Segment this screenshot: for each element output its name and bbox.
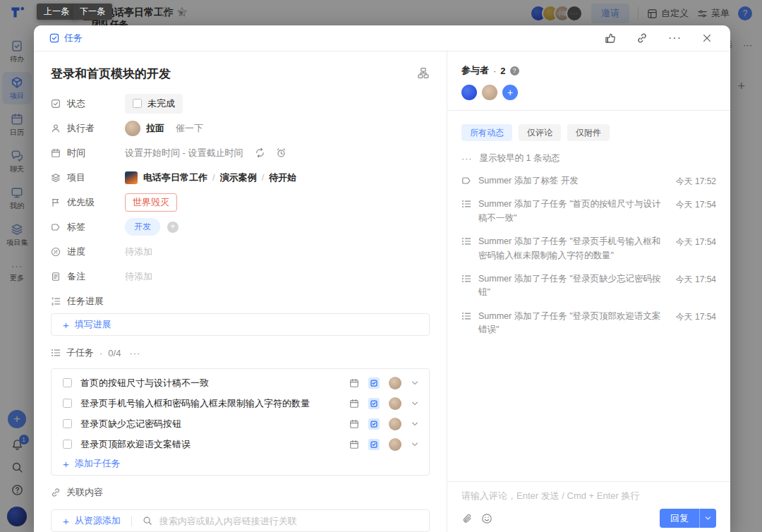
activity-item: Summer 添加了标签 开发 今天 17:52 — [461, 169, 716, 193]
subtask-assignee-avatar[interactable] — [389, 418, 401, 430]
chevron-down-icon[interactable] — [411, 440, 419, 449]
attachment-icon[interactable] — [461, 513, 473, 524]
reply-button[interactable]: 回复 — [660, 509, 699, 528]
fill-progress-button[interactable]: + 填写进展 — [51, 313, 430, 336]
task-title[interactable]: 登录和首页模块的开发 — [51, 66, 171, 82]
flag-icon — [51, 198, 61, 207]
activity-time: 今天 17:54 — [676, 198, 716, 211]
task-activity-panel: 参与者 · 2 ? + 所有动态 仅评论 仅附件 ··· 显示较早的 1 条动态 — [447, 52, 730, 532]
related-content-header: 关联内容 — [51, 486, 430, 499]
next-item-button[interactable]: 下一条 — [73, 4, 112, 20]
task-type-badge-icon — [368, 439, 380, 450]
show-earlier-button[interactable]: ··· 显示较早的 1 条动态 — [461, 152, 716, 164]
status-checkbox[interactable] — [133, 99, 142, 108]
field-project: 项目 电话亭日常工作 / 演示案例 / 待开始 — [51, 165, 430, 190]
subtask-checkbox[interactable] — [63, 399, 72, 408]
participant-avatar[interactable] — [461, 85, 477, 100]
subtasks-header: 子任务 · 0/4 ··· — [51, 346, 430, 359]
subtask-assignee-avatar[interactable] — [389, 438, 401, 451]
add-from-resource-button[interactable]: + 从资源添加 — [63, 514, 121, 527]
plus-icon: + — [63, 458, 69, 470]
field-task-progress: 任务进展 — [51, 289, 430, 313]
subtask-checkbox[interactable] — [63, 419, 72, 428]
subtask-row[interactable]: 首页的按钮尺寸与设计稿不一致 — [52, 373, 429, 393]
comment-composer: 回复 — [447, 481, 730, 532]
tag-badge[interactable]: 开发 — [125, 218, 160, 236]
layers-icon — [51, 173, 61, 183]
calendar-icon[interactable] — [349, 440, 359, 449]
copy-link-button[interactable] — [636, 32, 648, 44]
calendar-icon[interactable] — [349, 419, 359, 429]
subtask-count: 0/4 — [108, 348, 121, 358]
modal-header: 任务 ··· — [34, 25, 730, 52]
add-tag-button[interactable]: + — [167, 222, 179, 233]
progress-placeholder[interactable]: 待添加 — [125, 246, 152, 258]
task-structure-icon[interactable] — [417, 67, 430, 79]
nudge-button[interactable]: 催一下 — [176, 122, 203, 135]
note-placeholder[interactable]: 待添加 — [125, 270, 152, 283]
calendar-icon[interactable] — [349, 378, 359, 388]
field-assignee: 执行者 拉面 催一下 — [51, 116, 430, 140]
field-progress: 进度 待添加 — [51, 239, 430, 264]
plus-icon: + — [63, 515, 69, 527]
participant-count: 2 — [500, 66, 505, 76]
tab-comments-only[interactable]: 仅评论 — [519, 124, 561, 141]
list-icon — [461, 274, 471, 284]
chevron-down-icon[interactable] — [411, 399, 419, 408]
stage-name[interactable]: 待开始 — [269, 171, 296, 184]
list-icon — [461, 311, 471, 321]
project-name[interactable]: 电话亭日常工作 — [143, 171, 207, 184]
emoji-icon[interactable] — [481, 513, 492, 524]
subtask-checkbox[interactable] — [63, 378, 72, 387]
assignee-name[interactable]: 拉面 — [146, 122, 164, 135]
tab-all-activity[interactable]: 所有动态 — [461, 124, 512, 141]
time-placeholder[interactable]: 设置开始时间 - 设置截止时间 — [125, 147, 243, 159]
subtask-row[interactable]: 登录页顶部欢迎语文案错误 — [52, 434, 429, 454]
subtasks-more-button[interactable]: ··· — [129, 348, 140, 358]
subtask-row[interactable]: 登录页缺少忘记密码按钮 — [52, 413, 429, 434]
tasklist-name[interactable]: 演示案例 — [220, 171, 257, 184]
reply-button-group: 回复 — [660, 509, 716, 528]
prev-item-button[interactable]: 上一条 — [37, 4, 76, 20]
calendar-icon — [51, 148, 61, 158]
percent-icon — [51, 247, 61, 257]
subtask-checkbox[interactable] — [63, 440, 72, 449]
check-square-icon — [49, 33, 59, 43]
priority-badge[interactable]: 世界毁灭 — [125, 193, 177, 212]
subtask-assignee-avatar[interactable] — [389, 377, 401, 389]
field-time: 时间 设置开始时间 - 设置截止时间 — [51, 140, 430, 165]
assignee-avatar[interactable] — [125, 121, 140, 136]
alarm-icon[interactable] — [276, 147, 286, 158]
task-type-badge-icon — [368, 377, 380, 389]
participant-avatar[interactable] — [482, 85, 497, 100]
add-subtask-button[interactable]: + 添加子任务 — [52, 454, 429, 473]
comment-input[interactable] — [461, 489, 716, 502]
check-square-icon — [51, 99, 61, 109]
more-dots-icon: ··· — [461, 154, 473, 164]
participants-section: 参与者 · 2 ? + — [447, 52, 730, 111]
like-button[interactable] — [605, 32, 616, 44]
subtask-assignee-avatar[interactable] — [389, 397, 401, 410]
chevron-down-icon[interactable] — [411, 379, 419, 387]
close-button[interactable] — [702, 33, 712, 43]
plus-icon: + — [63, 319, 69, 331]
activity-time: 今天 17:52 — [676, 174, 716, 188]
calendar-icon[interactable] — [349, 399, 359, 409]
link-icon — [51, 488, 61, 497]
link-icon — [636, 32, 648, 44]
more-actions-button[interactable]: ··· — [668, 32, 682, 44]
repeat-icon[interactable] — [255, 147, 265, 158]
reply-options-button[interactable] — [699, 509, 716, 528]
add-participant-button[interactable]: + — [502, 85, 518, 100]
activity-item: Summer 添加了子任务 "登录页手机号输入框和密码输入框未限制输入字符的数量… — [461, 230, 716, 267]
field-note: 备注 待添加 — [51, 264, 430, 289]
activity-item: Summer 添加了子任务 "首页的按钮尺寸与设计稿不一致" 今天 17:54 — [461, 193, 716, 230]
chevron-down-icon[interactable] — [411, 420, 419, 428]
tag-icon — [461, 176, 471, 186]
participants-help-icon[interactable]: ? — [510, 66, 519, 75]
status-toggle[interactable]: 未完成 — [125, 94, 183, 114]
subtask-row[interactable]: 登录页手机号输入框和密码输入框未限制输入字符的数量 — [52, 393, 429, 413]
tab-attachments-only[interactable]: 仅附件 — [567, 124, 610, 141]
related-search-input[interactable] — [159, 516, 418, 526]
task-type-badge-icon — [368, 418, 380, 430]
